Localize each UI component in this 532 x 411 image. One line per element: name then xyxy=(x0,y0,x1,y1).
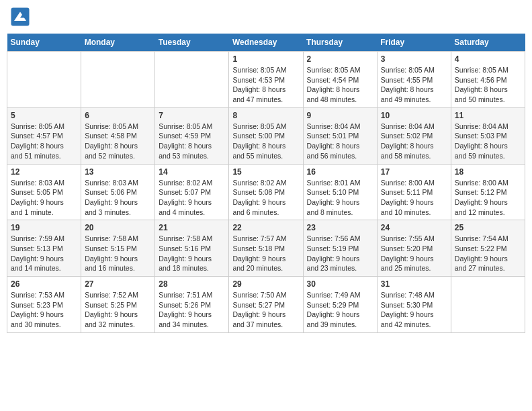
day-number: 21 xyxy=(159,223,225,232)
day-number: 6 xyxy=(85,111,151,120)
day-number: 26 xyxy=(11,279,77,289)
calendar-week-row: 1Sunrise: 8:05 AM Sunset: 4:53 PM Daylig… xyxy=(7,52,525,108)
day-info: Sunrise: 7:53 AM Sunset: 5:23 PM Dayligh… xyxy=(11,290,77,330)
page-header xyxy=(7,7,525,27)
day-number: 4 xyxy=(455,54,521,64)
day-number: 5 xyxy=(11,111,77,120)
day-number: 12 xyxy=(11,167,77,177)
day-number: 11 xyxy=(455,111,521,120)
day-number: 28 xyxy=(159,279,225,289)
day-number: 3 xyxy=(381,54,447,64)
day-number: 16 xyxy=(307,167,373,177)
day-number: 18 xyxy=(455,167,521,177)
calendar-table: SundayMondayTuesdayWednesdayThursdayFrid… xyxy=(7,34,525,333)
day-info: Sunrise: 8:05 AM Sunset: 4:55 PM Dayligh… xyxy=(381,65,447,105)
calendar-week-row: 5Sunrise: 8:05 AM Sunset: 4:57 PM Daylig… xyxy=(7,107,525,164)
day-number: 20 xyxy=(85,223,151,232)
day-info: Sunrise: 7:56 AM Sunset: 5:19 PM Dayligh… xyxy=(307,234,373,273)
day-info: Sunrise: 8:03 AM Sunset: 5:05 PM Dayligh… xyxy=(11,178,77,218)
calendar-cell: 14Sunrise: 8:02 AM Sunset: 5:07 PM Dayli… xyxy=(155,164,229,220)
day-info: Sunrise: 7:58 AM Sunset: 5:15 PM Dayligh… xyxy=(85,234,151,273)
day-info: Sunrise: 8:05 AM Sunset: 4:53 PM Dayligh… xyxy=(232,65,299,105)
day-info: Sunrise: 8:04 AM Sunset: 5:02 PM Dayligh… xyxy=(381,122,447,161)
calendar-cell: 25Sunrise: 7:54 AM Sunset: 5:22 PM Dayli… xyxy=(451,220,525,277)
calendar-cell: 11Sunrise: 8:04 AM Sunset: 5:03 PM Dayli… xyxy=(451,107,525,164)
calendar-cell: 5Sunrise: 8:05 AM Sunset: 4:57 PM Daylig… xyxy=(7,107,81,164)
calendar-cell xyxy=(155,52,229,108)
day-info: Sunrise: 7:51 AM Sunset: 5:26 PM Dayligh… xyxy=(159,290,225,330)
day-info: Sunrise: 8:05 AM Sunset: 4:54 PM Dayligh… xyxy=(307,65,373,105)
day-info: Sunrise: 7:48 AM Sunset: 5:30 PM Dayligh… xyxy=(381,290,447,330)
day-info: Sunrise: 8:02 AM Sunset: 5:08 PM Dayligh… xyxy=(232,178,299,218)
calendar-cell: 31Sunrise: 7:48 AM Sunset: 5:30 PM Dayli… xyxy=(377,277,451,333)
day-number: 19 xyxy=(11,223,77,232)
day-info: Sunrise: 8:05 AM Sunset: 4:57 PM Dayligh… xyxy=(11,122,77,161)
day-info: Sunrise: 7:52 AM Sunset: 5:25 PM Dayligh… xyxy=(85,290,151,330)
calendar-week-row: 19Sunrise: 7:59 AM Sunset: 5:13 PM Dayli… xyxy=(7,220,525,277)
day-info: Sunrise: 7:59 AM Sunset: 5:13 PM Dayligh… xyxy=(11,234,77,273)
calendar-cell: 24Sunrise: 7:55 AM Sunset: 5:20 PM Dayli… xyxy=(377,220,451,277)
day-info: Sunrise: 8:05 AM Sunset: 5:00 PM Dayligh… xyxy=(232,122,299,161)
day-info: Sunrise: 8:04 AM Sunset: 5:03 PM Dayligh… xyxy=(455,122,521,161)
calendar-cell: 2Sunrise: 8:05 AM Sunset: 4:54 PM Daylig… xyxy=(303,52,377,108)
calendar-cell: 8Sunrise: 8:05 AM Sunset: 5:00 PM Daylig… xyxy=(229,107,303,164)
calendar-cell: 20Sunrise: 7:58 AM Sunset: 5:15 PM Dayli… xyxy=(81,220,155,277)
calendar-cell: 17Sunrise: 8:00 AM Sunset: 5:11 PM Dayli… xyxy=(377,164,451,220)
day-number: 22 xyxy=(232,223,299,232)
day-number: 2 xyxy=(307,54,373,64)
calendar-week-row: 12Sunrise: 8:03 AM Sunset: 5:05 PM Dayli… xyxy=(7,164,525,220)
weekday-header: Thursday xyxy=(303,34,377,52)
calendar-cell: 21Sunrise: 7:58 AM Sunset: 5:16 PM Dayli… xyxy=(155,220,229,277)
calendar-cell: 26Sunrise: 7:53 AM Sunset: 5:23 PM Dayli… xyxy=(7,277,81,333)
weekday-header-row: SundayMondayTuesdayWednesdayThursdayFrid… xyxy=(7,34,525,52)
calendar-cell: 10Sunrise: 8:04 AM Sunset: 5:02 PM Dayli… xyxy=(377,107,451,164)
weekday-header: Tuesday xyxy=(155,34,229,52)
calendar-cell: 7Sunrise: 8:05 AM Sunset: 4:59 PM Daylig… xyxy=(155,107,229,164)
calendar-cell: 12Sunrise: 8:03 AM Sunset: 5:05 PM Dayli… xyxy=(7,164,81,220)
day-number: 30 xyxy=(307,279,373,289)
day-info: Sunrise: 8:00 AM Sunset: 5:12 PM Dayligh… xyxy=(455,178,521,218)
day-info: Sunrise: 7:54 AM Sunset: 5:22 PM Dayligh… xyxy=(455,234,521,273)
calendar-cell: 22Sunrise: 7:57 AM Sunset: 5:18 PM Dayli… xyxy=(229,220,303,277)
day-info: Sunrise: 8:04 AM Sunset: 5:01 PM Dayligh… xyxy=(307,122,373,161)
day-number: 8 xyxy=(232,111,299,120)
day-number: 29 xyxy=(232,279,299,289)
calendar-cell: 18Sunrise: 8:00 AM Sunset: 5:12 PM Dayli… xyxy=(451,164,525,220)
logo-icon xyxy=(10,7,30,27)
day-info: Sunrise: 8:05 AM Sunset: 4:58 PM Dayligh… xyxy=(85,122,151,161)
day-info: Sunrise: 7:58 AM Sunset: 5:16 PM Dayligh… xyxy=(159,234,225,273)
day-info: Sunrise: 8:01 AM Sunset: 5:10 PM Dayligh… xyxy=(307,178,373,218)
day-number: 10 xyxy=(381,111,447,120)
day-number: 9 xyxy=(307,111,373,120)
day-info: Sunrise: 7:55 AM Sunset: 5:20 PM Dayligh… xyxy=(381,234,447,273)
calendar-cell xyxy=(451,277,525,333)
calendar-cell: 1Sunrise: 8:05 AM Sunset: 4:53 PM Daylig… xyxy=(229,52,303,108)
day-info: Sunrise: 8:05 AM Sunset: 4:56 PM Dayligh… xyxy=(455,65,521,105)
day-info: Sunrise: 8:05 AM Sunset: 4:59 PM Dayligh… xyxy=(159,122,225,161)
calendar-cell: 23Sunrise: 7:56 AM Sunset: 5:19 PM Dayli… xyxy=(303,220,377,277)
calendar-cell: 4Sunrise: 8:05 AM Sunset: 4:56 PM Daylig… xyxy=(451,52,525,108)
day-number: 15 xyxy=(232,167,299,177)
day-number: 23 xyxy=(307,223,373,232)
weekday-header: Wednesday xyxy=(229,34,303,52)
logo xyxy=(10,7,33,27)
weekday-header: Sunday xyxy=(7,34,81,52)
day-number: 31 xyxy=(381,279,447,289)
day-number: 1 xyxy=(232,54,299,64)
day-number: 14 xyxy=(159,167,225,177)
weekday-header: Saturday xyxy=(451,34,525,52)
calendar-week-row: 26Sunrise: 7:53 AM Sunset: 5:23 PM Dayli… xyxy=(7,277,525,333)
day-number: 25 xyxy=(455,223,521,232)
weekday-header: Friday xyxy=(377,34,451,52)
calendar-cell: 29Sunrise: 7:50 AM Sunset: 5:27 PM Dayli… xyxy=(229,277,303,333)
calendar-cell: 27Sunrise: 7:52 AM Sunset: 5:25 PM Dayli… xyxy=(81,277,155,333)
day-info: Sunrise: 8:02 AM Sunset: 5:07 PM Dayligh… xyxy=(159,178,225,218)
day-info: Sunrise: 7:49 AM Sunset: 5:29 PM Dayligh… xyxy=(307,290,373,330)
calendar-cell xyxy=(81,52,155,108)
day-number: 24 xyxy=(381,223,447,232)
calendar-cell: 28Sunrise: 7:51 AM Sunset: 5:26 PM Dayli… xyxy=(155,277,229,333)
calendar-cell: 19Sunrise: 7:59 AM Sunset: 5:13 PM Dayli… xyxy=(7,220,81,277)
day-info: Sunrise: 7:57 AM Sunset: 5:18 PM Dayligh… xyxy=(232,234,299,273)
calendar-cell: 6Sunrise: 8:05 AM Sunset: 4:58 PM Daylig… xyxy=(81,107,155,164)
calendar-cell: 3Sunrise: 8:05 AM Sunset: 4:55 PM Daylig… xyxy=(377,52,451,108)
